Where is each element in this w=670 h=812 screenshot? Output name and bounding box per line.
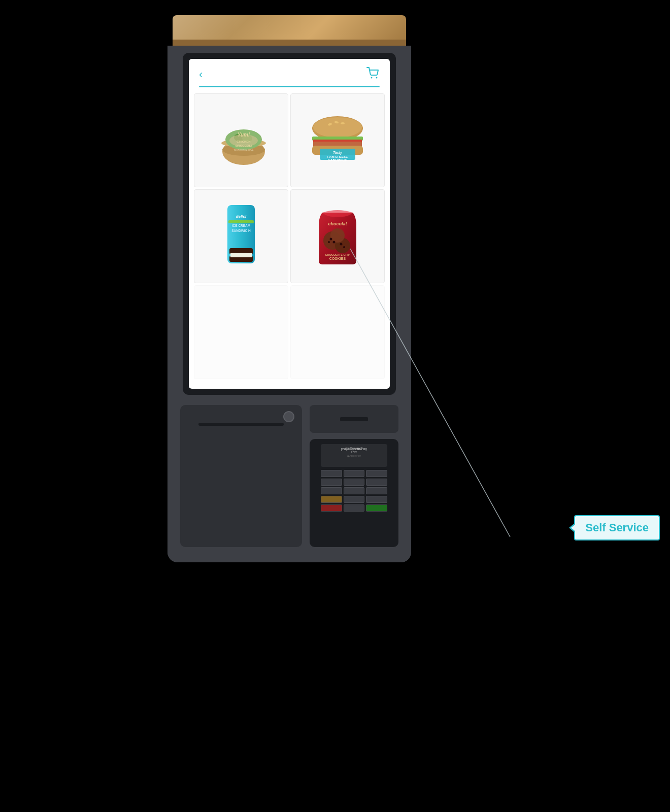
product-card-chicken-broccoli[interactable]: Yum! CHICKEN BROCCOLI WITH WHITE RICE (194, 93, 288, 187)
svg-text:SANDWIC H: SANDWIC H (231, 229, 251, 232)
svg-text:BROCCOLI: BROCCOLI (236, 144, 252, 147)
key-3[interactable] (366, 470, 387, 477)
svg-text:COOKIES: COOKIES (329, 257, 346, 260)
receipt-slot (198, 423, 284, 426)
key-clear[interactable] (321, 496, 342, 503)
screen-display[interactable]: ‹ (189, 59, 390, 389)
svg-point-2 (376, 77, 378, 79)
self-service-text: Self Service (585, 521, 649, 534)
svg-point-1 (371, 77, 373, 79)
svg-point-37 (330, 228, 345, 243)
svg-point-39 (333, 241, 336, 243)
svg-text:CHICKEN: CHICKEN (237, 140, 250, 143)
svg-text:Tasty: Tasty (333, 151, 343, 155)
key-0[interactable] (344, 496, 365, 503)
screen-header: ‹ (189, 59, 390, 86)
product-card-ham-cheese-sandwich[interactable]: Tasty HAM CHEESE SANDWICH (290, 93, 385, 187)
svg-rect-34 (228, 220, 254, 223)
svg-text:CHOCOLATE CHIP: CHOCOLATE CHIP (325, 253, 350, 256)
product-grid: Yum! CHICKEN BROCCOLI WITH WHITE RICE (189, 93, 390, 379)
svg-text:SANDWICH: SANDWICH (328, 158, 348, 162)
terminal-brand: psConnect (321, 447, 388, 450)
panel-left (180, 405, 302, 547)
icecream-bar-visual: delis! ICE CREAM SANDWIC H (223, 202, 259, 270)
key-8[interactable] (344, 487, 365, 494)
terminal-screen: psConnect iPay ■ Apple Pay (321, 444, 388, 467)
svg-point-41 (340, 243, 343, 245)
key-6[interactable] (366, 479, 387, 486)
key-7[interactable] (321, 487, 342, 494)
svg-text:ICE CREAM: ICE CREAM (232, 224, 250, 227)
svg-text:chocolat: chocolat (328, 221, 347, 226)
self-service-callout: Self Service (574, 515, 660, 540)
card-slot (340, 417, 368, 421)
key-enter[interactable] (366, 504, 387, 512)
panel-right: psConnect iPay ■ Apple Pay (310, 405, 398, 547)
product-card-ice-cream-sandwich[interactable]: delis! ICE CREAM SANDWIC H (194, 189, 288, 283)
kiosk-lower-section: psConnect iPay ■ Apple Pay (168, 395, 411, 562)
apple-pay-icon: ■ Apple Pay (321, 454, 388, 457)
svg-text:delis!: delis! (236, 214, 247, 219)
screen-bezel: ‹ (183, 53, 396, 395)
payment-terminal[interactable]: psConnect iPay ■ Apple Pay (310, 439, 398, 547)
svg-rect-30 (230, 253, 252, 257)
kiosk-body: ‹ (168, 46, 411, 562)
key-4[interactable] (321, 479, 342, 486)
svg-point-42 (343, 246, 345, 248)
cookies-bag-visual: chocolat CHOCOLATE CHIP COOKIES (315, 202, 360, 270)
svg-point-40 (328, 241, 330, 243)
svg-text:Yum!: Yum! (238, 132, 250, 138)
self-service-badge: Self Service (574, 515, 660, 540)
key-5[interactable] (344, 479, 365, 486)
sandwich-visual: Tasty HAM CHEESE SANDWICH (307, 114, 368, 167)
product-card-chocolate-cookies[interactable]: chocolat CHOCOLATE CHIP COOKIES (290, 189, 385, 283)
key-9[interactable] (366, 487, 387, 494)
food-bowl-visual: Yum! CHICKEN BROCCOLI WITH WHITE RICE (216, 115, 266, 166)
kiosk-top-panel (173, 15, 406, 46)
key-1[interactable] (321, 470, 342, 477)
back-button[interactable]: ‹ (199, 68, 203, 81)
key-2[interactable] (344, 470, 365, 477)
kiosk: ‹ (168, 15, 411, 562)
key-star[interactable] (366, 496, 387, 503)
terminal-payment: iPay (321, 450, 388, 453)
key-hash[interactable] (344, 504, 365, 512)
card-reader-slot (310, 405, 398, 433)
product-card-empty-2 (290, 285, 385, 379)
svg-text:WITH WHITE RICE: WITH WHITE RICE (233, 149, 253, 151)
key-cancel[interactable] (321, 504, 342, 512)
svg-point-38 (330, 238, 332, 240)
screen-divider (199, 86, 380, 87)
terminal-keypad (321, 470, 388, 512)
cart-icon[interactable] (366, 67, 380, 82)
product-card-empty-1 (194, 285, 288, 379)
svg-point-15 (313, 117, 362, 138)
lock-circle (283, 411, 294, 422)
lower-panels: psConnect iPay ■ Apple Pay (180, 405, 398, 547)
